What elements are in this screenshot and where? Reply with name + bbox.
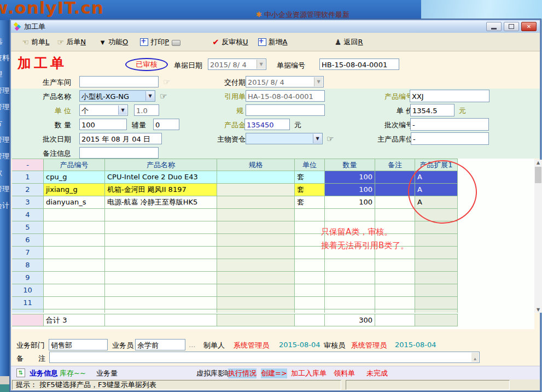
cell-name[interactable]: [105, 234, 217, 247]
cell-unit[interactable]: 套: [295, 171, 325, 184]
maximize-button[interactable]: [504, 22, 519, 31]
cell-code[interactable]: [44, 234, 105, 247]
table-row[interactable]: 3dianyuan_s电源-航嘉 冷静王至尊版HK5套100A: [12, 196, 458, 209]
cell-qty[interactable]: 100: [325, 196, 375, 209]
cell-note[interactable]: [375, 272, 415, 284]
column-header-name[interactable]: 产品名称: [105, 159, 217, 171]
inbound-order-link[interactable]: 加工入库单: [291, 368, 327, 378]
cell-spec[interactable]: [217, 184, 295, 196]
batch-date-input[interactable]: 2015 年 08 月 04 日: [79, 133, 162, 144]
doc-no-input[interactable]: HB-15-08-04-0001: [319, 58, 399, 70]
cell-num[interactable]: 5: [12, 221, 44, 234]
prev-doc-button[interactable]: 前单L: [22, 37, 49, 47]
cell-note[interactable]: [375, 259, 415, 272]
minimize-button[interactable]: [486, 22, 502, 31]
cell-qty[interactable]: [325, 297, 375, 309]
cell-code[interactable]: [44, 259, 105, 272]
cell-spec[interactable]: [217, 196, 295, 209]
cell-num[interactable]: 3: [12, 196, 44, 209]
dept-input[interactable]: 销售部: [49, 339, 108, 350]
cell-unit[interactable]: [295, 284, 325, 297]
cell-unit[interactable]: [295, 209, 325, 221]
cell-spec[interactable]: [217, 209, 295, 221]
ref-doc-input[interactable]: HA-15-08-04-0001: [246, 90, 325, 102]
batch-no-input[interactable]: -: [410, 118, 489, 131]
cell-code[interactable]: [44, 247, 105, 259]
cell-name[interactable]: [105, 297, 217, 309]
column-header-num[interactable]: -: [12, 159, 44, 171]
cell-unit[interactable]: [295, 234, 325, 247]
cell-num[interactable]: 1: [12, 171, 44, 184]
cell-spec[interactable]: [217, 297, 295, 309]
cell-num[interactable]: 6: [12, 234, 44, 247]
product-name-dropdown[interactable]: 小型机-XG-NG▼: [79, 90, 155, 102]
cell-code[interactable]: [44, 309, 105, 313]
column-header-code[interactable]: 产品编号: [44, 159, 105, 171]
scroll-up-icon[interactable]: ▲: [534, 160, 542, 165]
cell-unit[interactable]: [295, 309, 325, 313]
add-button[interactable]: 新增A: [258, 37, 288, 47]
cell-code[interactable]: [44, 272, 105, 284]
cell-num[interactable]: 2: [12, 184, 44, 196]
main-loc-input[interactable]: -: [411, 132, 489, 145]
cell-spec[interactable]: [217, 284, 295, 297]
cell-name[interactable]: CPU-Intel Core 2 Duo E43: [105, 171, 217, 184]
table-row[interactable]: 1cpu_gCPU-Intel Core 2 Duo E43套100A: [12, 171, 458, 184]
staff-input[interactable]: 余学前: [135, 339, 185, 350]
spec-input[interactable]: [246, 104, 325, 116]
qty-input[interactable]: 100: [79, 119, 127, 130]
exec-status-link[interactable]: 执行情况: [228, 368, 257, 378]
cell-spec[interactable]: [217, 221, 295, 234]
table-row[interactable]: 11: [12, 297, 458, 309]
create-link[interactable]: 创建=>: [261, 368, 287, 378]
cell-spec[interactable]: [217, 247, 295, 259]
cell-unit[interactable]: [295, 297, 325, 309]
spin-up-icon[interactable]: ▲: [474, 353, 476, 363]
function-button[interactable]: 功能O: [99, 37, 128, 47]
aux-qty-input[interactable]: 0: [153, 119, 179, 130]
cell-code[interactable]: jixiang_g: [44, 184, 105, 196]
cell-name[interactable]: [105, 272, 217, 284]
staff-picker-ellipsis[interactable]: ...: [189, 341, 195, 349]
scrollbar-thumb[interactable]: [535, 167, 541, 183]
note-spinner[interactable]: ▲▼: [471, 353, 479, 362]
picker-hand-icon[interactable]: ☞: [160, 91, 167, 101]
cell-ext[interactable]: [415, 309, 458, 313]
cell-ext[interactable]: [415, 234, 458, 247]
cell-unit[interactable]: 套: [295, 196, 325, 209]
cell-ext[interactable]: [415, 247, 458, 259]
unit-dropdown[interactable]: 个▼: [79, 104, 128, 116]
note-input[interactable]: ▲▼: [49, 352, 480, 363]
close-button[interactable]: ✕: [521, 22, 537, 31]
cell-name[interactable]: 电源-航嘉 冷静王至尊版HK5: [105, 196, 217, 209]
cell-unit[interactable]: 套: [295, 184, 325, 196]
picker-hand-icon[interactable]: ☞: [327, 134, 334, 144]
chevron-down-icon[interactable]: ▼: [118, 106, 127, 115]
cell-note[interactable]: [375, 297, 415, 309]
column-header-qty[interactable]: 数量: [325, 159, 375, 171]
cell-code[interactable]: [44, 221, 105, 234]
main-warehouse-dropdown[interactable]: ▼: [246, 133, 323, 144]
chevron-down-icon[interactable]: ▼: [145, 91, 154, 101]
window-titlebar[interactable]: 加工单 ✕: [11, 20, 540, 33]
vertical-scrollbar[interactable]: ▲ ▼: [534, 160, 542, 313]
material-order-link[interactable]: 领料单: [334, 368, 355, 378]
cell-spec[interactable]: [217, 309, 295, 313]
scroll-down-icon[interactable]: ▼: [534, 307, 542, 312]
unit-factor-input[interactable]: 1.0: [134, 104, 159, 116]
table-row[interactable]: 8: [12, 259, 458, 272]
cell-unit[interactable]: [295, 247, 325, 259]
cell-qty[interactable]: 100: [325, 184, 375, 196]
cell-qty[interactable]: [325, 259, 375, 272]
biz-volume-tab[interactable]: 业务量: [96, 368, 118, 378]
product-code-input[interactable]: XXJ: [410, 90, 489, 102]
cell-name[interactable]: [105, 284, 217, 297]
chevron-down-icon[interactable]: ▼: [257, 60, 265, 69]
cell-name[interactable]: [105, 209, 217, 221]
cell-num[interactable]: 11: [12, 297, 44, 309]
cell-spec[interactable]: [217, 171, 295, 184]
cell-name[interactable]: [105, 309, 217, 313]
refresh-icon[interactable]: ⇅: [16, 368, 25, 377]
return-button[interactable]: 返回R: [334, 37, 363, 47]
cell-num[interactable]: 9: [12, 272, 44, 284]
